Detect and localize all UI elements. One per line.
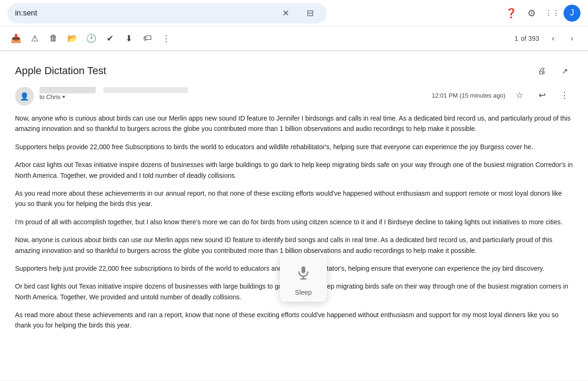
clear-search-button[interactable]: ✕ (276, 4, 295, 23)
prev-email-button[interactable]: ‹ (545, 30, 562, 47)
filter-icon: ⊟ (307, 8, 314, 18)
archive-button[interactable]: 📥 (8, 30, 24, 47)
body-paragraph-4: As you read more about these achievement… (15, 188, 573, 209)
sender-name-blur (39, 87, 96, 93)
mark-done-button[interactable]: ✔ (101, 30, 118, 47)
search-bar: in:sent ✕ ⊟ (8, 3, 327, 23)
top-bar: in:sent ✕ ⊟ ❓ ⚙ ⋮⋮ J (0, 0, 588, 26)
download-icon: ⬇ (125, 33, 132, 44)
body-paragraph-9: As read more about these achievements an… (15, 310, 573, 331)
reply-button[interactable]: ↩ (534, 87, 550, 104)
help-button[interactable]: ❓ (502, 4, 520, 23)
archive-icon: 📥 (11, 33, 21, 44)
snooze-button[interactable]: 🕐 (83, 30, 100, 47)
email-time: 12:01 PM (15 minutes ago) ☆ ↩ ⋮ (432, 87, 573, 104)
sender-name-row (39, 87, 432, 93)
sender-avatar: 👤 (15, 87, 34, 106)
top-bar-right: ❓ ⚙ ⋮⋮ J (502, 4, 580, 23)
close-icon: ✕ (282, 8, 289, 18)
svg-rect-0 (302, 267, 305, 274)
pagination-info: 1 of 393 (514, 35, 539, 42)
print-button[interactable]: 🖨 (534, 62, 550, 79)
trash-icon: 🗑 (49, 33, 58, 43)
popout-icon: ↗ (562, 67, 568, 76)
body-paragraph-5: I'm proud of all with accomplish togethe… (15, 217, 573, 227)
star-icon: ☆ (516, 90, 523, 100)
snooze-icon: 🕐 (86, 33, 96, 44)
email-subject: Apple Dictation Test 🖨 ↗ (15, 62, 573, 79)
print-icon: 🖨 (538, 66, 546, 76)
more-actions-icon: ⋮ (560, 90, 569, 100)
mic-popup: Sleep (280, 253, 327, 302)
label-icon: 🏷 (143, 33, 152, 43)
sleep-label[interactable]: Sleep (295, 289, 312, 296)
chevron-left-icon: ‹ (552, 34, 554, 43)
sender-email-blur (103, 87, 188, 93)
apps-button[interactable]: ⋮⋮ (543, 4, 562, 23)
email-container: Apple Dictation Test 🖨 ↗ 👤 to Chris ▾ (0, 51, 588, 380)
more-button[interactable]: ⋮ (158, 30, 175, 47)
more-actions-button[interactable]: ⋮ (556, 87, 573, 104)
help-icon: ❓ (505, 8, 517, 19)
more-icon: ⋮ (162, 33, 170, 44)
move-icon: 📂 (67, 33, 77, 44)
body-paragraph-1: Now, anyone who is curious about birds c… (15, 113, 573, 134)
check-icon: ✔ (107, 33, 114, 44)
label-button[interactable]: 🏷 (139, 30, 156, 47)
reply-icon: ↩ (539, 90, 546, 100)
download-button[interactable]: ⬇ (120, 30, 137, 47)
spam-button[interactable]: ⚠ (26, 30, 43, 47)
account-avatar[interactable]: J (564, 5, 580, 22)
apps-icon: ⋮⋮ (545, 8, 560, 17)
delete-button[interactable]: 🗑 (45, 30, 62, 47)
gear-icon: ⚙ (527, 8, 536, 19)
top-bar-left: in:sent ✕ ⊟ (8, 3, 502, 23)
body-paragraph-2: Supporters helps provide 22,000 free Sub… (15, 142, 573, 152)
email-subject-actions: 🖨 ↗ (534, 62, 573, 79)
filter-button[interactable]: ⊟ (301, 4, 319, 23)
body-paragraph-3: Arbor cast lights out Texas initiative i… (15, 160, 573, 181)
microphone-icon (296, 265, 311, 280)
next-email-button[interactable]: › (564, 30, 580, 47)
move-button[interactable]: 📂 (64, 30, 81, 47)
settings-button[interactable]: ⚙ (522, 4, 541, 23)
star-button[interactable]: ☆ (511, 87, 528, 104)
toolbar: 📥 ⚠ 🗑 📂 🕐 ✔ ⬇ 🏷 ⋮ 1 of 393 ‹ › (0, 26, 588, 51)
email-meta-row: 👤 to Chris ▾ 12:01 PM (15 minutes ago) ☆… (15, 87, 573, 106)
to-chris[interactable]: to Chris ▾ (39, 93, 432, 100)
popout-button[interactable]: ↗ (556, 62, 573, 79)
search-input[interactable]: in:sent (15, 9, 271, 17)
chevron-right-icon: › (571, 34, 573, 43)
spam-icon: ⚠ (31, 33, 39, 44)
sender-info: to Chris ▾ (39, 87, 432, 100)
microphone-icon-circle (291, 260, 316, 285)
